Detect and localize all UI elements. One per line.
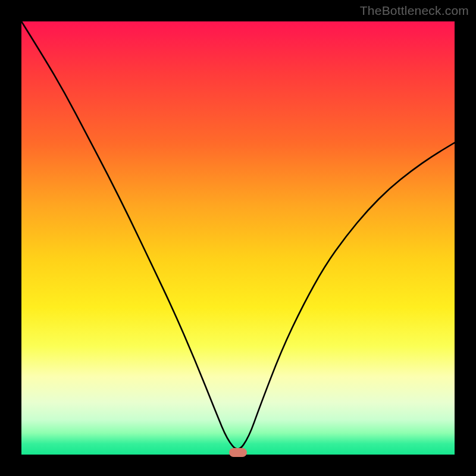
chart-frame: TheBottleneck.com <box>0 0 476 476</box>
plot-area <box>21 21 455 455</box>
watermark-text: TheBottleneck.com <box>360 4 469 18</box>
optimum-marker <box>229 448 247 457</box>
bottleneck-curve <box>21 21 455 455</box>
